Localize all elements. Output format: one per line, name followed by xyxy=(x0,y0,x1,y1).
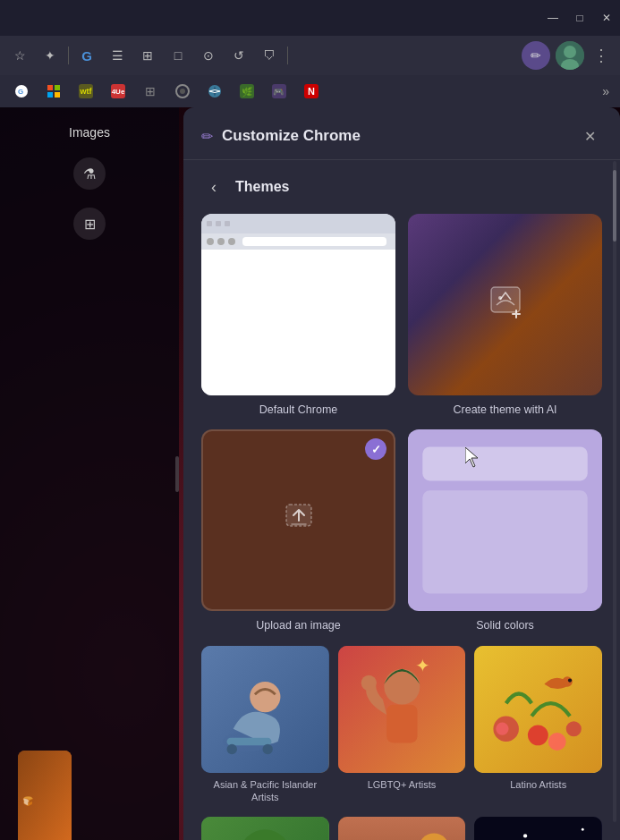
svg-point-42 xyxy=(566,721,582,736)
latino-thumbnail xyxy=(474,646,602,774)
minimize-button[interactable]: — xyxy=(547,12,559,24)
panel-header: ✏ Customize Chrome ✕ xyxy=(183,107,620,160)
bookmark-game[interactable]: 🎮 xyxy=(265,81,293,102)
dc-nav-forward xyxy=(217,238,225,245)
theme-upload-image[interactable]: ✓ Upload an image xyxy=(201,429,395,632)
bookmark-leaf[interactable]: 🌿 xyxy=(233,81,261,102)
avatar-button[interactable] xyxy=(556,41,584,70)
sparkle-icon[interactable]: ✦ xyxy=(38,43,63,68)
main-area: Images ⚗ ⊞ 🍞 ✏ Customize Chrome xyxy=(0,107,620,840)
close-window-button[interactable]: ✕ xyxy=(600,12,613,24)
svg-point-33 xyxy=(361,675,376,690)
category-lgbtq[interactable]: ✦ LGBTQ+ Artists xyxy=(338,646,466,804)
customize-chrome-panel: ✏ Customize Chrome ✕ ‹ Themes xyxy=(183,107,620,840)
svg-rect-22 xyxy=(422,447,587,481)
flask-button[interactable]: ⚗ xyxy=(73,157,106,190)
panel-title-icon: ✏ xyxy=(201,128,213,145)
bookmark-msn[interactable] xyxy=(39,81,68,102)
extensions-icon[interactable]: ⊙ xyxy=(196,43,221,68)
category-landscape[interactable]: Landscape xyxy=(338,817,466,840)
category-grid: Asian & Pacific Islander Artists xyxy=(201,646,602,804)
svg-point-37 xyxy=(497,722,509,734)
browser-toolbar: ☆ ✦ G ☰ ⊞ □ ⊙ ↺ ⛉ ✏ ⋮ xyxy=(0,36,620,75)
themes-header: ‹ Themes xyxy=(201,174,602,199)
svg-point-28 xyxy=(227,743,237,753)
upload-thumbnail: ✓ xyxy=(201,429,395,611)
category-latino[interactable]: Latino Artists xyxy=(474,646,602,804)
svg-text:🍞: 🍞 xyxy=(22,795,34,807)
bookmark-wtf[interactable]: wtf xyxy=(72,81,100,102)
svg-text:✦: ✦ xyxy=(414,655,429,675)
category-asian-pacific[interactable]: Asian & Pacific Islander Artists xyxy=(201,646,329,804)
asian-pacific-thumbnail xyxy=(201,646,329,774)
dc-nav-bar xyxy=(201,233,395,250)
titlebar-controls: — □ ✕ xyxy=(547,12,613,24)
bookmark-circle[interactable] xyxy=(168,81,197,102)
reading-list-icon[interactable]: ☰ xyxy=(105,43,130,68)
svg-rect-48 xyxy=(338,817,466,840)
bookmark-grid[interactable]: ⊞ xyxy=(136,81,165,102)
history-icon[interactable]: ↺ xyxy=(226,43,251,68)
theme-create-ai[interactable]: Create theme with AI xyxy=(408,214,602,417)
bookmark-star-icon[interactable]: ☆ xyxy=(7,43,32,68)
default-chrome-thumbnail xyxy=(201,214,395,395)
bottom-left-thumbnail: 🍞 xyxy=(18,751,72,840)
svg-point-52 xyxy=(523,834,527,837)
panel-close-button[interactable]: ✕ xyxy=(577,123,602,148)
selected-checkmark: ✓ xyxy=(365,438,386,460)
svg-text:🌿: 🌿 xyxy=(242,86,253,98)
dc-tab-dot-3 xyxy=(225,221,230,226)
game-bookmark-icon: 🎮 xyxy=(272,84,286,98)
panel-scrollbar[interactable] xyxy=(613,161,616,822)
back-button[interactable]: ‹ xyxy=(201,174,226,199)
svg-point-39 xyxy=(568,678,572,682)
images-label: Images xyxy=(69,125,110,140)
panel-title: Customize Chrome xyxy=(222,127,577,145)
svg-rect-6 xyxy=(55,85,60,90)
left-sidebar: Images ⚗ ⊞ xyxy=(0,107,179,840)
theme-default-chrome[interactable]: Default Chrome xyxy=(201,214,395,417)
lgbtq-thumbnail: ✦ xyxy=(338,646,466,774)
bookmarks-bar: G wtf 4Ue ⊞ xyxy=(0,75,620,107)
solid-colors-preview xyxy=(408,429,602,611)
customize-chrome-button[interactable]: ✏ xyxy=(522,41,550,70)
bookmark-web[interactable] xyxy=(200,81,229,102)
downloads-icon[interactable]: □ xyxy=(166,43,191,68)
latino-label: Latino Artists xyxy=(510,778,566,791)
menu-button[interactable]: ⋮ xyxy=(590,46,613,65)
category-space[interactable]: Space xyxy=(474,817,602,840)
dc-tab-bar xyxy=(201,214,395,233)
titlebar: — □ ✕ xyxy=(0,0,620,36)
google-icon[interactable]: G xyxy=(74,43,99,68)
nature-thumbnail xyxy=(201,817,329,840)
themes-content[interactable]: ‹ Themes xyxy=(183,160,620,840)
asian-pacific-label: Asian & Pacific Islander Artists xyxy=(201,778,329,804)
svg-rect-5 xyxy=(47,85,53,90)
maximize-button[interactable]: □ xyxy=(573,12,586,24)
svg-rect-23 xyxy=(422,491,587,594)
panel-scrollbar-thumb[interactable] xyxy=(613,170,616,242)
sidebar-resize-handle[interactable] xyxy=(175,456,179,492)
avatar-image xyxy=(556,41,584,70)
theme-solid-colors[interactable]: Solid colors xyxy=(408,429,602,632)
bookmark-google[interactable]: G xyxy=(7,81,36,102)
more-bookmarks-button[interactable]: » xyxy=(599,81,613,102)
apps-button[interactable]: ⊞ xyxy=(73,208,106,240)
category-nature[interactable]: Nature xyxy=(201,817,329,840)
media-icon[interactable]: ⊞ xyxy=(135,43,160,68)
dc-body xyxy=(201,250,395,395)
create-ai-label: Create theme with AI xyxy=(453,403,556,417)
space-thumbnail xyxy=(474,817,602,840)
svg-text:G: G xyxy=(18,88,23,96)
dc-address-bar xyxy=(242,237,386,246)
svg-rect-27 xyxy=(227,737,272,745)
bookmark-n[interactable]: N xyxy=(297,81,326,102)
bookmarks-icon[interactable]: ⛉ xyxy=(257,43,282,68)
create-ai-thumbnail xyxy=(408,214,602,395)
svg-rect-16 xyxy=(18,751,72,840)
bookmark-4ue[interactable]: 4Ue xyxy=(104,81,132,102)
svg-point-41 xyxy=(548,733,566,751)
ai-theme-icon xyxy=(488,284,523,326)
wtf-bookmark-icon: wtf xyxy=(79,84,93,98)
svg-point-1 xyxy=(564,46,576,58)
